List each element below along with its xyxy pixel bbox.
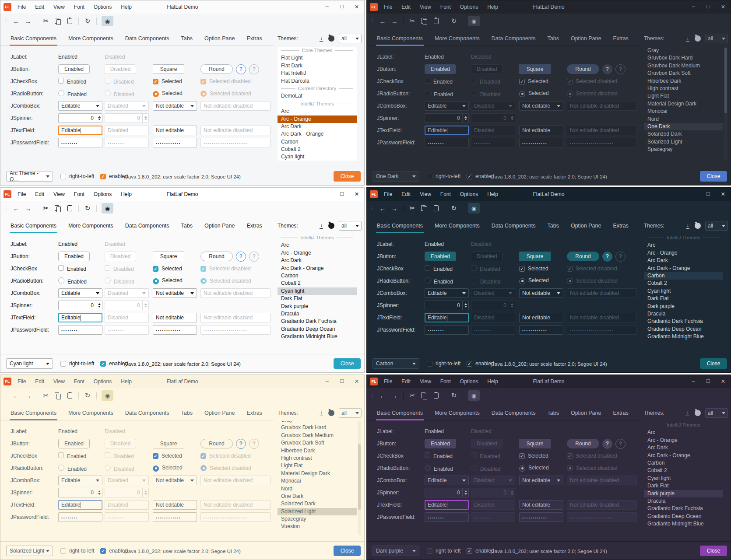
spinner-up-icon[interactable] [98, 115, 101, 118]
tab-extras[interactable]: Extras [613, 31, 628, 46]
download-icon[interactable]: ↓ [686, 223, 689, 229]
theme-list-item[interactable]: One Dark [644, 123, 723, 130]
square-button[interactable]: Square [153, 64, 184, 74]
close-button[interactable]: Close [334, 358, 361, 369]
square-button[interactable]: Square [153, 252, 184, 261]
passwordfield-enabled[interactable]: •••••••• [58, 325, 102, 335]
theme-list-item[interactable]: Carbon [644, 459, 723, 467]
menu-file[interactable]: File [384, 4, 392, 10]
theme-list-item[interactable]: Cobalt 2 [278, 146, 357, 153]
tab-tabs[interactable]: Tabs [181, 406, 193, 420]
menu-help[interactable]: Help [487, 191, 498, 197]
menu-edit[interactable]: Edit [35, 378, 44, 385]
combobox-not-editable[interactable]: Not editable [153, 101, 197, 111]
back-button[interactable]: ← [379, 392, 387, 399]
github-icon[interactable] [328, 35, 334, 42]
radio-selected[interactable] [519, 466, 525, 472]
theme-list-item[interactable]: Cyan light [644, 287, 723, 295]
menu-view[interactable]: View [420, 191, 431, 197]
spinner-up-icon[interactable] [464, 302, 467, 305]
enabled-checkbox[interactable]: ✓ [100, 174, 106, 179]
square-button[interactable]: Square [519, 64, 551, 74]
theme-list-item[interactable]: Dracula [644, 497, 723, 505]
checkbox-enabled[interactable] [58, 452, 64, 458]
tab-extras[interactable]: Extras [613, 406, 628, 420]
menu-help[interactable]: Help [121, 4, 132, 10]
menu-options[interactable]: Options [460, 191, 478, 197]
tab-basic-components[interactable]: Basic Components [11, 406, 56, 420]
theme-list-item[interactable]: Arc [644, 242, 723, 249]
theme-filter-combo[interactable]: all [705, 408, 728, 418]
theme-filter-combo[interactable]: all [705, 221, 728, 231]
enabled-checkbox[interactable]: ✓ [467, 548, 472, 554]
menu-view[interactable]: View [420, 4, 431, 10]
cut-button[interactable]: ✂ [408, 17, 416, 25]
theme-list-item[interactable]: Dark Flat [644, 482, 723, 490]
square-button[interactable]: Square [153, 439, 184, 448]
theme-list-item[interactable]: Solarized Light [278, 508, 357, 515]
passwordfield-not-editable[interactable]: •••••••••••• [153, 512, 197, 522]
github-icon[interactable] [328, 223, 334, 229]
theme-list-item[interactable]: Gray [644, 47, 723, 54]
theme-list-item[interactable]: Arc - Orange [644, 437, 723, 444]
tab-more-components[interactable]: More Components [435, 31, 480, 46]
round-button[interactable]: Round [200, 439, 233, 448]
theme-list-item[interactable]: Gradianto Midnight Blue [644, 333, 723, 340]
theme-list-item[interactable]: Hiberbee Dark [644, 77, 723, 85]
theme-list-item[interactable]: Gruvbox Dark Soft [278, 439, 357, 447]
menu-edit[interactable]: Edit [35, 4, 44, 10]
theme-list-item[interactable]: Light Flat [278, 462, 357, 469]
spinner-down-icon[interactable] [464, 493, 467, 496]
menu-help[interactable]: Help [121, 191, 132, 197]
close-window-button[interactable]: × [716, 378, 731, 385]
tab-tabs[interactable]: Tabs [181, 31, 193, 46]
textfield-not-editable[interactable]: Not editable [153, 126, 197, 135]
show-hidden-toggle-button[interactable]: ◉ [102, 390, 113, 401]
radio-selected[interactable] [519, 91, 525, 97]
maximize-button[interactable]: □ [701, 190, 716, 198]
passwordfield-not-editable[interactable]: •••••••••••• [519, 325, 563, 335]
enabled-button[interactable]: Enabled [58, 64, 90, 74]
theme-list-item[interactable]: Nord [644, 116, 723, 123]
radio-selected[interactable] [153, 466, 159, 472]
tab-basic-components[interactable]: Basic Components [377, 406, 423, 420]
tab-data-components[interactable]: Data Components [492, 218, 536, 233]
paste-button[interactable] [66, 392, 74, 399]
theme-list-item[interactable]: Cobalt 2 [644, 280, 723, 287]
list-scrollbar[interactable] [724, 47, 727, 161]
rtl-option[interactable]: right-to-left [427, 173, 460, 179]
combobox-editable[interactable]: Editable [58, 476, 102, 485]
theme-list-item[interactable]: Arc [644, 429, 723, 436]
spinner-up-icon[interactable] [464, 489, 467, 492]
theme-combo[interactable]: Arc Theme - O... [6, 171, 53, 182]
close-button[interactable]: Close [700, 358, 727, 369]
maximize-button[interactable]: □ [334, 378, 349, 385]
menu-font[interactable]: Font [440, 4, 451, 10]
menu-font[interactable]: Font [74, 4, 84, 10]
tab-option-pane[interactable]: Option Pane [571, 31, 601, 46]
download-icon[interactable]: ↓ [320, 36, 323, 42]
forward-button[interactable]: → [24, 18, 32, 25]
combobox-editable[interactable]: Editable [58, 288, 102, 298]
theme-list-item[interactable]: Hiberbee Dark [278, 447, 357, 455]
cut-button[interactable]: ✂ [42, 392, 50, 399]
theme-list-item[interactable]: Cyan light [644, 475, 723, 482]
spinner-up-icon[interactable] [464, 115, 467, 118]
passwordfield-not-editable[interactable]: •••••••••••• [519, 512, 563, 522]
radio-selected[interactable] [153, 91, 159, 97]
tab-data-components[interactable]: Data Components [125, 31, 169, 46]
checkbox-enabled[interactable] [425, 452, 430, 458]
github-icon[interactable] [695, 35, 701, 42]
theme-list-item[interactable]: Solarized Light [644, 138, 723, 146]
theme-list-item[interactable]: Arc Dark - Orange [278, 130, 357, 138]
theme-list-item[interactable]: Dracula [644, 310, 723, 318]
spinner-down-icon[interactable] [464, 306, 467, 309]
combobox-editable[interactable]: Editable [425, 101, 469, 111]
refresh-button[interactable]: ↻ [450, 17, 458, 25]
rtl-option[interactable]: right-to-left [60, 173, 94, 179]
tab-data-components[interactable]: Data Components [492, 406, 536, 420]
tab-option-pane[interactable]: Option Pane [571, 218, 601, 233]
help-button[interactable]: ? [602, 252, 612, 262]
textfield-editable[interactable]: Editable [425, 313, 469, 322]
help-button[interactable]: ? [236, 439, 246, 449]
